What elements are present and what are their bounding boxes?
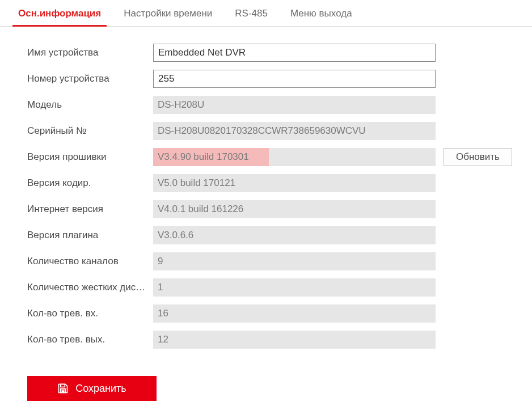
label-device-number: Номер устройства xyxy=(27,73,153,84)
label-alarm-out: Кол-во трев. вых. xyxy=(27,334,153,345)
save-button-label: Сохранить xyxy=(75,383,126,395)
row-alarm-in: Кол-во трев. вх. 16 xyxy=(27,304,532,323)
tab-exit-menu[interactable]: Меню выхода xyxy=(279,0,364,26)
label-model: Модель xyxy=(27,99,153,111)
label-firmware: Версия прошивки xyxy=(27,151,153,163)
row-alarm-out: Кол-во трев. вых. 12 xyxy=(27,331,532,349)
value-serial: DS-H208U0820170328CCWR738659630WCVU xyxy=(153,122,436,140)
value-firmware: V3.4.90 build 170301 xyxy=(153,148,436,166)
tab-rs485[interactable]: RS-485 xyxy=(223,0,279,26)
row-channels: Количество каналов 9 xyxy=(27,252,532,270)
label-plugin: Версия плагина xyxy=(27,230,153,241)
tab-basic-info[interactable]: Осн.информация xyxy=(7,0,112,26)
svg-rect-0 xyxy=(61,384,65,387)
label-serial: Серийный № xyxy=(27,125,153,137)
label-hdds: Количество жестких дис… xyxy=(27,282,153,293)
save-row: Сохранить xyxy=(27,376,532,401)
row-model: Модель DS-H208U xyxy=(27,96,532,114)
tab-bar: Осн.информация Настройки времени RS-485 … xyxy=(0,0,532,27)
save-button[interactable]: Сохранить xyxy=(27,376,157,401)
value-plugin: V3.0.6.6 xyxy=(153,226,436,244)
value-model: DS-H208U xyxy=(153,96,436,114)
input-device-number[interactable] xyxy=(153,70,436,88)
value-internet: V4.0.1 build 161226 xyxy=(153,200,436,218)
row-serial: Серийный № DS-H208U0820170328CCWR7386596… xyxy=(27,122,532,140)
row-device-name: Имя устройства xyxy=(27,44,532,62)
row-device-number: Номер устройства xyxy=(27,70,532,88)
value-alarm-out: 12 xyxy=(153,331,436,349)
value-hdds: 1 xyxy=(153,278,436,297)
value-encoding: V5.0 build 170121 xyxy=(153,174,436,192)
input-device-name[interactable] xyxy=(153,44,436,62)
row-internet: Интернет версия V4.0.1 build 161226 xyxy=(27,200,532,218)
label-internet: Интернет версия xyxy=(27,204,153,215)
update-button[interactable]: Обновить xyxy=(444,148,512,166)
value-alarm-in: 16 xyxy=(153,304,436,323)
label-encoding: Версия кодир. xyxy=(27,177,153,189)
form-area: Имя устройства Номер устройства Модель D… xyxy=(0,27,532,401)
save-icon xyxy=(57,383,69,394)
tab-time-settings[interactable]: Настройки времени xyxy=(112,0,223,26)
label-alarm-in: Кол-во трев. вх. xyxy=(27,308,153,319)
label-channels: Количество каналов xyxy=(27,256,153,267)
value-channels: 9 xyxy=(153,252,436,270)
row-firmware: Версия прошивки V3.4.90 build 170301 Обн… xyxy=(27,148,532,166)
row-plugin: Версия плагина V3.0.6.6 xyxy=(27,226,532,244)
row-hdds: Количество жестких дис… 1 xyxy=(27,278,532,297)
label-device-name: Имя устройства xyxy=(27,47,153,58)
row-encoding: Версия кодир. V5.0 build 170121 xyxy=(27,174,532,192)
